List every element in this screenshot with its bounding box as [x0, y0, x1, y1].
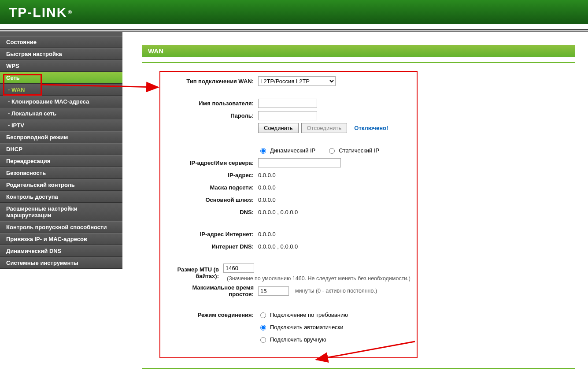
label-dynamic-ip: Динамический IP [270, 147, 315, 154]
radio-static-ip[interactable] [329, 148, 335, 154]
nav-access-control[interactable]: Контроль доступа [0, 191, 122, 203]
connect-button[interactable]: Соединить [258, 123, 299, 133]
label-idle: Максимальное время простоя: [166, 284, 258, 297]
value-ip: 0.0.0.0 [258, 172, 276, 178]
radio-dynamic-ip[interactable] [260, 148, 266, 154]
label-ip: IP-адрес: [166, 172, 258, 178]
label-gateway: Основной шлюз: [166, 197, 258, 203]
radio-mode-demand[interactable] [260, 312, 266, 318]
nav-bandwidth[interactable]: Контроль пропускной способности [0, 221, 122, 233]
nav-wan[interactable]: - WAN [0, 84, 122, 96]
label-username: Имя пользователя: [166, 100, 258, 107]
nav-status[interactable]: Состояние [0, 36, 122, 48]
label-password: Пароль: [166, 112, 258, 119]
label-internet-ip: IP-адрес Интернет: [166, 231, 258, 238]
nav-system-tools[interactable]: Системные инструменты [0, 257, 122, 269]
divider-top [142, 62, 575, 63]
label-conn-type: Тип подключения WAN: [166, 78, 258, 85]
input-server-ip[interactable] [258, 158, 341, 167]
settings-panel: Тип подключения WAN: L2TP/Россия L2TP Им… [159, 71, 418, 358]
connection-status: Отключено! [354, 125, 388, 131]
label-mode-demand: Подключение по требованию [270, 312, 348, 318]
nav-forwarding[interactable]: Переадресация [0, 155, 122, 167]
nav-mac-clone[interactable]: - Клонирование MAC-адреса [0, 96, 122, 108]
header-bar: TP-LINK® [0, 0, 588, 32]
label-mode-manual: Подключить вручную [270, 336, 326, 343]
label-mtu: Размер MTU (в байтах): [166, 266, 223, 279]
value-internet-ip: 0.0.0.0 [258, 231, 276, 238]
label-server-ip: IP-адрес/Имя сервера: [166, 160, 258, 166]
hint-mtu: (Значение по умолчанию 1460. Не следует … [227, 275, 410, 282]
value-dns: 0.0.0.0 , 0.0.0.0 [258, 209, 298, 215]
nav-routing[interactable]: Расширенные настройки маршрутизации [0, 203, 122, 221]
nav-ip-mac-binding[interactable]: Привязка IP- и MAC-адресов [0, 233, 122, 245]
label-mode-auto: Подключить автоматически [270, 324, 344, 330]
reg-mark: ® [68, 9, 73, 15]
select-conn-type[interactable]: L2TP/Россия L2TP [258, 76, 336, 86]
radio-mode-auto[interactable] [260, 325, 266, 330]
nav-ddns[interactable]: Динамический DNS [0, 245, 122, 257]
value-mask: 0.0.0.0 [258, 184, 276, 191]
sidebar: Состояние Быстрая настройка WPS Сеть - W… [0, 32, 122, 269]
page-title: WAN [142, 45, 575, 57]
radio-mode-manual[interactable] [260, 337, 266, 343]
hint-idle: минуты (0 - активно постоянно.) [295, 288, 377, 294]
divider-bottom [142, 368, 575, 369]
label-mask: Маска подсети: [166, 184, 258, 191]
label-internet-dns: Интернет DNS: [166, 243, 258, 250]
label-conn-mode: Режим соединения: [166, 312, 258, 318]
input-username[interactable] [258, 99, 317, 108]
nav-lan[interactable]: - Локальная сеть [0, 108, 122, 119]
input-password[interactable] [258, 111, 317, 120]
input-idle[interactable] [258, 286, 289, 296]
nav-wps[interactable]: WPS [0, 60, 122, 72]
disconnect-button[interactable]: Отсоединить [301, 123, 348, 133]
brand-text: TP-LINK [9, 5, 67, 20]
nav-network[interactable]: Сеть [0, 72, 122, 84]
content-pane: WAN Тип подключения WAN: L2TP/Россия L2T… [122, 32, 588, 375]
nav-wireless[interactable]: Беспроводной режим [0, 131, 122, 143]
label-dns: DNS: [166, 209, 258, 215]
value-gateway: 0.0.0.0 [258, 197, 276, 203]
nav-quick-setup[interactable]: Быстрая настройка [0, 48, 122, 60]
label-static-ip: Статический IP [339, 147, 379, 154]
input-mtu[interactable] [223, 264, 254, 273]
nav-security[interactable]: Безопасность [0, 167, 122, 179]
nav-iptv[interactable]: - IPTV [0, 119, 122, 131]
nav-dhcp[interactable]: DHCP [0, 143, 122, 155]
nav-parental[interactable]: Родительский контроль [0, 179, 122, 191]
value-internet-dns: 0.0.0.0 , 0.0.0.0 [258, 243, 298, 250]
brand-logo: TP-LINK® [0, 0, 588, 24]
